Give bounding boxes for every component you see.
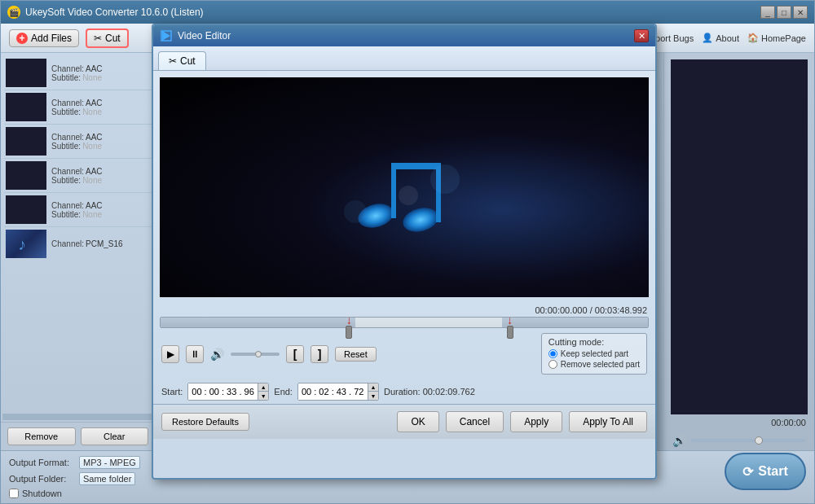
start-spin-up[interactable]: ▲: [258, 383, 268, 392]
cutting-mode-title: Cutting mode:: [548, 337, 640, 347]
play-button[interactable]: ▶: [161, 345, 179, 363]
format-label: Output Format:: [9, 458, 74, 467]
svg-point-9: [430, 164, 460, 194]
file-info: Channel:AAC Subtitle:None: [51, 167, 150, 185]
remove-button[interactable]: Remove: [7, 427, 76, 445]
start-label: Start: [758, 464, 787, 479]
video-editor-modal: Video Editor ✕ ✂ Cut: [152, 24, 657, 480]
remove-selected-label: Remove selected part: [561, 360, 640, 369]
svg-point-8: [399, 186, 418, 205]
close-button[interactable]: ✕: [793, 6, 808, 19]
folder-label: Output Folder:: [9, 474, 74, 484]
start-time-input[interactable]: [188, 383, 258, 400]
reset-button[interactable]: Reset: [335, 347, 377, 362]
keep-selected-row: Keep selected part: [548, 349, 640, 358]
volume-slider-thumb: [255, 351, 262, 357]
volume-slider[interactable]: [691, 439, 806, 442]
modal-title-left: Video Editor: [160, 29, 231, 42]
maximize-button[interactable]: □: [777, 6, 791, 19]
start-time-input-group: ▲ ▼: [187, 383, 269, 401]
about-button[interactable]: 👤 About: [702, 33, 739, 43]
playback-volume-slider[interactable]: [231, 353, 280, 356]
start-time-spinner: ▲ ▼: [258, 383, 268, 400]
left-panel: Channel:AAC Subtitle:None Channel:AAC Su…: [1, 53, 156, 450]
keep-selected-radio[interactable]: [548, 349, 557, 358]
scissors-icon: ✂: [94, 33, 102, 44]
cut-button[interactable]: ✂ Cut: [86, 28, 129, 48]
cancel-button[interactable]: Cancel: [446, 411, 504, 432]
end-spin-down[interactable]: ▼: [368, 392, 378, 400]
file-info: Channel:AAC Subtitle:None: [51, 64, 150, 82]
add-files-button[interactable]: + Add Files: [9, 29, 79, 47]
handle-bar-left: [346, 326, 352, 339]
video-editor-icon: [160, 29, 173, 42]
volume-thumb: [755, 436, 763, 445]
set-start-bracket-button[interactable]: [: [286, 345, 304, 363]
restore-defaults-button[interactable]: Restore Defaults: [161, 413, 249, 431]
shutdown-label: Shutdown: [22, 489, 62, 498]
file-list: Channel:AAC Subtitle:None Channel:AAC Su…: [1, 53, 155, 412]
timeline-selected-range: [355, 318, 501, 327]
volume-icon: 🔊: [672, 434, 686, 447]
folder-select[interactable]: Same folder: [79, 472, 135, 485]
set-end-bracket-button[interactable]: ]: [311, 345, 328, 363]
file-info: Channel:AAC Subtitle:None: [51, 201, 150, 219]
format-select[interactable]: MP3 - MPEG: [79, 456, 140, 469]
music-note-graphic: [331, 122, 478, 252]
start-spin-down[interactable]: ▼: [258, 392, 268, 400]
volume-row: 🔊: [664, 431, 814, 450]
video-player: [160, 77, 649, 297]
controls-row: ▶ ⏸ 🔊 [ ] Reset Cutting mode: Keep selec…: [153, 328, 655, 379]
about-label: About: [716, 33, 739, 43]
file-thumbnail: [6, 127, 46, 156]
pause-button[interactable]: ⏸: [186, 345, 204, 363]
handle-bar-right: [507, 326, 513, 339]
start-icon: ⟳: [742, 464, 753, 480]
file-info: Channel:PCM_S16: [51, 239, 150, 248]
remove-selected-row: Remove selected part: [548, 360, 640, 369]
list-item: Channel:AAC Subtitle:None: [4, 90, 152, 125]
list-item: Channel:AAC Subtitle:None: [4, 159, 152, 193]
title-bar-left: 🎬 UkeySoft Video Converter 10.6.0 (Liste…: [7, 6, 204, 19]
remove-selected-radio[interactable]: [548, 360, 557, 369]
apply-button[interactable]: Apply: [510, 411, 562, 432]
list-item: ♪ Channel:PCM_S16: [4, 227, 152, 261]
ok-button[interactable]: OK: [397, 411, 438, 432]
modal-footer: Restore Defaults OK Cancel Apply Apply T…: [153, 404, 655, 439]
list-item: Channel:AAC Subtitle:None: [4, 125, 152, 159]
file-thumbnail: [6, 93, 46, 121]
end-time-spinner: ▲ ▼: [368, 383, 378, 400]
end-label: End:: [274, 387, 293, 397]
arrow-down-icon: ↓: [346, 314, 352, 326]
end-spin-up[interactable]: ▲: [368, 383, 378, 392]
timeline-handle-start[interactable]: ↓: [346, 314, 352, 339]
svg-rect-7: [391, 163, 441, 169]
file-thumbnail: [6, 161, 46, 190]
end-time-input[interactable]: [298, 383, 368, 400]
right-video-preview: [671, 59, 808, 414]
cutting-mode-box: Cutting mode: Keep selected part Remove …: [541, 333, 647, 375]
minimize-button[interactable]: _: [760, 6, 775, 19]
duration-display: Duration: 00:02:09.762: [384, 387, 475, 397]
end-time-input-group: ▲ ▼: [297, 383, 379, 401]
scrollbar[interactable]: [2, 414, 153, 420]
tab-cut[interactable]: ✂ Cut: [158, 51, 206, 70]
cut-tab-label: Cut: [180, 55, 196, 67]
apply-to-all-button[interactable]: Apply To All: [569, 411, 647, 432]
music-note-svg: [331, 122, 478, 252]
timeline-handle-end[interactable]: ↓: [507, 314, 513, 339]
homepage-label: HomePage: [761, 33, 806, 43]
modal-title-bar: Video Editor ✕: [153, 25, 655, 46]
modal-close-button[interactable]: ✕: [634, 29, 649, 42]
speaker-icon: 🔊: [210, 348, 224, 361]
clear-button[interactable]: Clear: [81, 427, 149, 445]
title-bar: 🎬 UkeySoft Video Converter 10.6.0 (Liste…: [1, 1, 814, 24]
timeline-scrubber[interactable]: ↓ ↓: [160, 317, 649, 328]
svg-text:♪: ♪: [18, 235, 26, 253]
right-time-display: 00:00:00: [664, 418, 814, 427]
homepage-button[interactable]: 🏠 HomePage: [747, 33, 806, 43]
file-thumbnail: ♪: [6, 230, 46, 258]
shutdown-checkbox[interactable]: [9, 489, 19, 498]
toolbar-right: Report Bugs 👤 About 🏠 HomePage: [644, 33, 806, 43]
start-button[interactable]: ⟳ Start: [725, 453, 806, 490]
